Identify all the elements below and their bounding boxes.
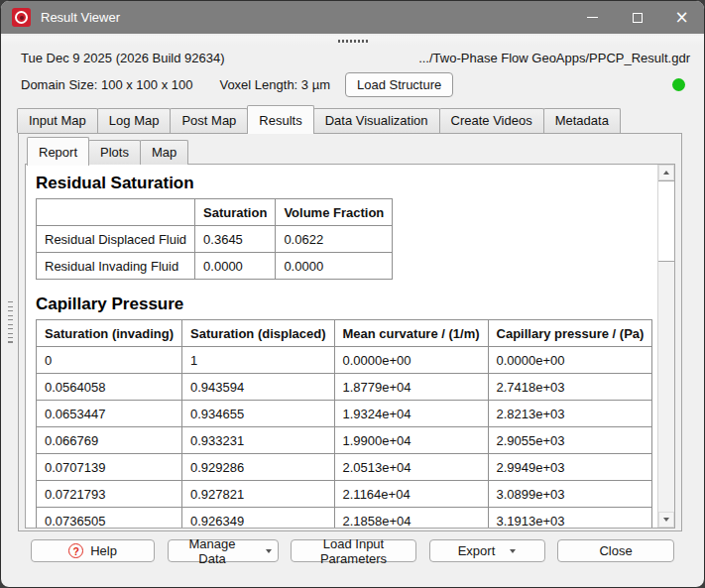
table-cell: 2.9055e+03: [488, 427, 652, 454]
table-cell: 0.066769: [37, 427, 182, 454]
tab-metadata[interactable]: Metadata: [543, 108, 621, 133]
table-cell: 2.8213e+03: [488, 401, 652, 427]
column-header: Mean curvature / (1/m): [334, 320, 488, 347]
app-logo-icon: [12, 8, 31, 27]
report-panel: Residual SaturationSaturationVolume Frac…: [25, 164, 675, 529]
table-cell: 0.0653447: [37, 401, 182, 427]
tab-results[interactable]: Results: [247, 105, 313, 134]
close-dialog-label: Close: [599, 543, 632, 558]
table-cell: 0.0000: [276, 253, 393, 280]
scroll-up-icon: [663, 171, 669, 175]
export-button[interactable]: Export: [429, 539, 545, 562]
window-controls: ×: [570, 1, 704, 34]
maximize-button[interactable]: [615, 1, 659, 34]
main-tab-strip: Input MapLog MapPost MapResultsData Visu…: [1, 105, 704, 133]
table-row: 0.0667690.9332311.9900e+042.9055e+03: [37, 427, 652, 454]
column-header: [37, 199, 195, 226]
manage-data-label: Manage Data: [175, 536, 251, 566]
table-cell: 2.9949e+03: [488, 454, 652, 481]
table-cell: 0: [37, 347, 182, 374]
result-file-path: .../Two-Phase Flow GeoApps/PPCP_Result.g…: [418, 51, 690, 65]
table-cell: 0.0000e+00: [488, 347, 652, 374]
table-row: Residual Invading Fluid0.00000.0000: [37, 253, 393, 280]
column-header: Volume Fraction: [276, 199, 393, 226]
table-header-row: SaturationVolume Fraction: [37, 199, 393, 226]
table-cell: 2.0513e+04: [334, 454, 488, 481]
table-cell: 0.933231: [182, 427, 335, 454]
report-content: Residual SaturationSaturationVolume Frac…: [26, 165, 657, 528]
scrollbar-track[interactable]: [658, 262, 674, 512]
tab-log-map[interactable]: Log Map: [97, 108, 172, 133]
tab-data-visualization[interactable]: Data Visualization: [313, 108, 440, 133]
scroll-down-button[interactable]: [658, 512, 674, 528]
table-cell: 0.943594: [182, 374, 335, 401]
subtab-plots[interactable]: Plots: [88, 140, 141, 165]
voxel-length-label: Voxel Length: 3 µm: [219, 77, 330, 92]
load-input-parameters-button[interactable]: Load Input Parameters: [291, 539, 416, 562]
minimize-icon: [587, 17, 598, 18]
subtab-map[interactable]: Map: [140, 140, 188, 165]
minimize-button[interactable]: [570, 1, 615, 34]
domain-size-label: Domain Size: 100 x 100 x 100: [21, 77, 192, 92]
table-cell: 0.0000: [195, 253, 276, 280]
table-cell: 2.1858e+04: [334, 508, 488, 529]
table-row: Residual Displaced Fluid0.36450.0622: [37, 226, 393, 253]
scroll-up-button[interactable]: [658, 165, 674, 180]
splitter-handle-icon: [338, 40, 369, 43]
vertical-scrollbar[interactable]: [657, 165, 674, 528]
table-row: 010.0000e+000.0000e+00: [37, 347, 652, 374]
footer-button-bar: ? Help Manage Data Load Input Parameters…: [1, 539, 704, 562]
manage-data-button[interactable]: Manage Data: [168, 539, 279, 562]
help-button-label: Help: [90, 543, 117, 558]
table-cell: 0.0622: [276, 226, 393, 253]
table-cell: 1.8779e+04: [334, 374, 488, 401]
table-row: 0.07071390.9292862.0513e+042.9949e+03: [37, 454, 652, 481]
table-header-row: Saturation (invading)Saturation (displac…: [37, 320, 652, 347]
column-header: Saturation (displaced): [182, 320, 335, 347]
table-cell: 0.0000e+00: [334, 347, 488, 374]
table-row: 0.07365050.9263492.1858e+043.1913e+03: [37, 508, 652, 529]
table-cell: 0.929286: [182, 454, 335, 481]
tab-create-videos[interactable]: Create Videos: [439, 108, 544, 133]
scroll-down-icon: [663, 518, 669, 522]
window-title: Result Viewer: [41, 10, 120, 25]
column-header: Saturation: [195, 199, 276, 226]
help-button[interactable]: ? Help: [31, 539, 155, 562]
section-title-residual-saturation: Residual Saturation: [36, 174, 647, 193]
table-row: 0.07217930.9278212.1164e+043.0899e+03: [37, 481, 652, 508]
table-cell: 3.1913e+03: [488, 508, 652, 529]
report-table-capillary-pressure: Saturation (invading)Saturation (displac…: [36, 319, 652, 528]
build-info: Tue Dec 9 2025 (2026 Build 92634): [21, 51, 225, 65]
table-cell: 0.927821: [182, 481, 335, 508]
close-dialog-button[interactable]: Close: [557, 539, 674, 562]
section-title-capillary-pressure: Capillary Pressure: [36, 294, 647, 314]
titlebar: Result Viewer ×: [1, 1, 704, 34]
load-input-parameters-label: Load Input Parameters: [297, 536, 410, 566]
result-viewer-window: Result Viewer × Tue Dec 9 2025 (2026 Bui…: [0, 0, 705, 588]
chevron-down-icon: [266, 549, 272, 553]
table-cell: 2.7418e+03: [488, 374, 652, 401]
table-cell: 1: [182, 347, 335, 374]
load-structure-button[interactable]: Load Structure: [345, 72, 453, 97]
table-cell: 0.0564058: [37, 374, 182, 401]
table-cell: 0.934655: [182, 401, 335, 427]
close-icon: ×: [674, 9, 688, 26]
table-cell: 2.1164e+04: [334, 481, 488, 508]
chevron-down-icon: [510, 549, 516, 553]
table-row: 0.06534470.9346551.9324e+042.8213e+03: [37, 401, 652, 427]
table-cell: 3.0899e+03: [488, 481, 652, 508]
subtab-report[interactable]: Report: [27, 137, 89, 166]
table-cell: 0.0721793: [37, 481, 182, 508]
tab-input-map[interactable]: Input Map: [17, 108, 98, 133]
tab-post-map[interactable]: Post Map: [170, 108, 248, 133]
left-splitter-handle[interactable]: [8, 301, 13, 346]
sub-tab-strip: ReportPlotsMap: [19, 137, 681, 165]
top-splitter[interactable]: [1, 36, 704, 45]
column-header: Capillary pressure / (Pa): [488, 320, 652, 347]
table-cell: 0.0736505: [37, 508, 182, 529]
table-cell: 1.9324e+04: [334, 401, 488, 427]
close-button[interactable]: ×: [659, 1, 704, 34]
scrollbar-thumb[interactable]: [658, 180, 674, 262]
table-cell: Residual Invading Fluid: [37, 253, 195, 280]
help-icon: ?: [68, 543, 83, 558]
